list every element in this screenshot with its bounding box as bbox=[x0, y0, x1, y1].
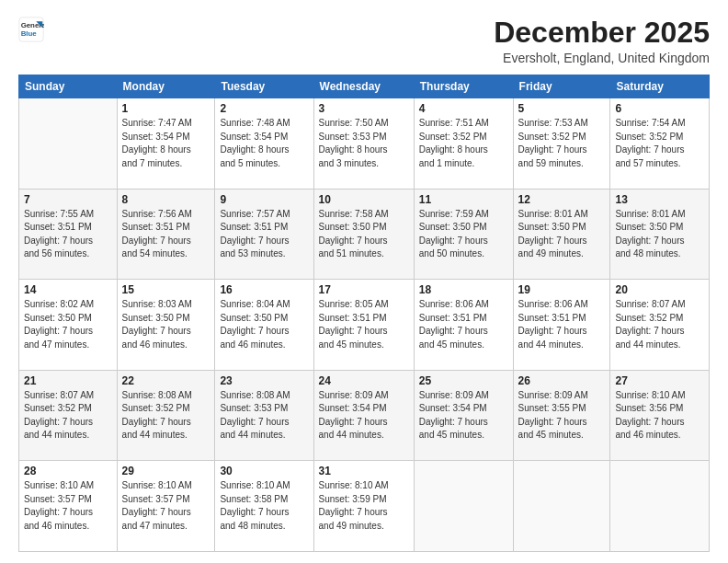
day-number: 4 bbox=[419, 102, 508, 115]
day-number: 9 bbox=[220, 193, 308, 206]
day-number: 25 bbox=[419, 374, 508, 387]
day-number: 27 bbox=[615, 374, 704, 387]
table-row: 31Sunrise: 8:10 AMSunset: 3:59 PMDayligh… bbox=[313, 461, 414, 552]
table-row: 21Sunrise: 8:07 AMSunset: 3:52 PMDayligh… bbox=[19, 370, 118, 461]
day-number: 3 bbox=[319, 102, 409, 115]
day-info: Sunrise: 8:09 AMSunset: 3:54 PMDaylight:… bbox=[319, 389, 409, 442]
table-row: 19Sunrise: 8:06 AMSunset: 3:51 PMDayligh… bbox=[513, 280, 610, 371]
day-number: 14 bbox=[24, 283, 112, 296]
calendar: Sunday Monday Tuesday Wednesday Thursday… bbox=[18, 75, 710, 552]
col-monday: Monday bbox=[117, 75, 215, 98]
table-row: 9Sunrise: 7:57 AMSunset: 3:51 PMDaylight… bbox=[215, 189, 313, 280]
day-info: Sunrise: 8:06 AMSunset: 3:51 PMDaylight:… bbox=[518, 298, 606, 351]
day-info: Sunrise: 7:57 AMSunset: 3:51 PMDaylight:… bbox=[220, 208, 308, 261]
month-title: December 2025 bbox=[494, 17, 710, 49]
day-number: 31 bbox=[319, 465, 409, 477]
day-info: Sunrise: 8:10 AMSunset: 3:56 PMDaylight:… bbox=[615, 389, 704, 442]
day-number: 29 bbox=[122, 465, 210, 477]
col-sunday: Sunday bbox=[19, 75, 118, 98]
day-info: Sunrise: 7:50 AMSunset: 3:53 PMDaylight:… bbox=[319, 117, 409, 170]
table-row: 24Sunrise: 8:09 AMSunset: 3:54 PMDayligh… bbox=[313, 370, 414, 461]
table-row: 15Sunrise: 8:03 AMSunset: 3:50 PMDayligh… bbox=[117, 280, 215, 371]
day-info: Sunrise: 8:07 AMSunset: 3:52 PMDaylight:… bbox=[24, 389, 112, 442]
logo: General Blue bbox=[18, 17, 46, 42]
day-info: Sunrise: 7:51 AMSunset: 3:52 PMDaylight:… bbox=[419, 117, 508, 170]
table-row: 18Sunrise: 8:06 AMSunset: 3:51 PMDayligh… bbox=[414, 280, 513, 371]
day-number: 7 bbox=[24, 193, 112, 206]
calendar-week-row: 7Sunrise: 7:55 AMSunset: 3:51 PMDaylight… bbox=[19, 189, 710, 280]
day-number: 30 bbox=[220, 465, 308, 477]
day-number: 10 bbox=[319, 193, 409, 206]
table-row: 30Sunrise: 8:10 AMSunset: 3:58 PMDayligh… bbox=[215, 461, 313, 552]
day-number: 2 bbox=[220, 102, 308, 115]
calendar-week-row: 28Sunrise: 8:10 AMSunset: 3:57 PMDayligh… bbox=[19, 461, 710, 552]
calendar-week-row: 1Sunrise: 7:47 AMSunset: 3:54 PMDaylight… bbox=[19, 98, 710, 190]
col-saturday: Saturday bbox=[610, 75, 710, 98]
day-number: 11 bbox=[419, 193, 508, 206]
day-number: 28 bbox=[24, 465, 112, 477]
table-row bbox=[19, 98, 118, 190]
day-info: Sunrise: 7:56 AMSunset: 3:51 PMDaylight:… bbox=[122, 208, 210, 261]
day-info: Sunrise: 8:10 AMSunset: 3:58 PMDaylight:… bbox=[220, 479, 308, 533]
day-info: Sunrise: 8:07 AMSunset: 3:52 PMDaylight:… bbox=[615, 298, 704, 351]
table-row: 25Sunrise: 8:09 AMSunset: 3:54 PMDayligh… bbox=[414, 370, 513, 461]
day-number: 8 bbox=[122, 193, 210, 206]
day-info: Sunrise: 8:04 AMSunset: 3:50 PMDaylight:… bbox=[220, 298, 308, 351]
day-number: 1 bbox=[122, 102, 210, 115]
table-row: 16Sunrise: 8:04 AMSunset: 3:50 PMDayligh… bbox=[215, 280, 313, 371]
day-number: 17 bbox=[319, 283, 409, 296]
day-number: 22 bbox=[122, 374, 210, 387]
day-info: Sunrise: 8:10 AMSunset: 3:57 PMDaylight:… bbox=[122, 479, 210, 533]
table-row: 17Sunrise: 8:05 AMSunset: 3:51 PMDayligh… bbox=[313, 280, 414, 371]
table-row: 27Sunrise: 8:10 AMSunset: 3:56 PMDayligh… bbox=[610, 370, 710, 461]
day-info: Sunrise: 8:01 AMSunset: 3:50 PMDaylight:… bbox=[615, 208, 704, 261]
day-number: 16 bbox=[220, 283, 308, 296]
day-info: Sunrise: 7:59 AMSunset: 3:50 PMDaylight:… bbox=[419, 208, 508, 261]
table-row: 1Sunrise: 7:47 AMSunset: 3:54 PMDaylight… bbox=[117, 98, 215, 190]
calendar-header-row: Sunday Monday Tuesday Wednesday Thursday… bbox=[19, 75, 710, 98]
day-number: 13 bbox=[615, 193, 704, 206]
day-info: Sunrise: 8:08 AMSunset: 3:52 PMDaylight:… bbox=[122, 389, 210, 442]
table-row: 11Sunrise: 7:59 AMSunset: 3:50 PMDayligh… bbox=[414, 189, 513, 280]
day-number: 23 bbox=[220, 374, 308, 387]
day-number: 24 bbox=[319, 374, 409, 387]
table-row: 28Sunrise: 8:10 AMSunset: 3:57 PMDayligh… bbox=[19, 461, 118, 552]
day-info: Sunrise: 8:09 AMSunset: 3:54 PMDaylight:… bbox=[419, 389, 508, 442]
logo-icon: General Blue bbox=[18, 17, 44, 42]
table-row: 5Sunrise: 7:53 AMSunset: 3:52 PMDaylight… bbox=[513, 98, 610, 190]
day-info: Sunrise: 8:02 AMSunset: 3:50 PMDaylight:… bbox=[24, 298, 112, 351]
day-info: Sunrise: 7:55 AMSunset: 3:51 PMDaylight:… bbox=[24, 208, 112, 261]
day-info: Sunrise: 7:54 AMSunset: 3:52 PMDaylight:… bbox=[615, 117, 704, 170]
col-friday: Friday bbox=[513, 75, 610, 98]
table-row: 8Sunrise: 7:56 AMSunset: 3:51 PMDaylight… bbox=[117, 189, 215, 280]
day-number: 6 bbox=[615, 102, 704, 115]
day-info: Sunrise: 7:48 AMSunset: 3:54 PMDaylight:… bbox=[220, 117, 308, 170]
table-row: 4Sunrise: 7:51 AMSunset: 3:52 PMDaylight… bbox=[414, 98, 513, 190]
table-row: 26Sunrise: 8:09 AMSunset: 3:55 PMDayligh… bbox=[513, 370, 610, 461]
table-row: 14Sunrise: 8:02 AMSunset: 3:50 PMDayligh… bbox=[19, 280, 118, 371]
calendar-week-row: 21Sunrise: 8:07 AMSunset: 3:52 PMDayligh… bbox=[19, 370, 710, 461]
table-row: 10Sunrise: 7:58 AMSunset: 3:50 PMDayligh… bbox=[313, 189, 414, 280]
table-row: 7Sunrise: 7:55 AMSunset: 3:51 PMDaylight… bbox=[19, 189, 118, 280]
day-info: Sunrise: 8:08 AMSunset: 3:53 PMDaylight:… bbox=[220, 389, 308, 442]
table-row: 12Sunrise: 8:01 AMSunset: 3:50 PMDayligh… bbox=[513, 189, 610, 280]
day-info: Sunrise: 8:10 AMSunset: 3:59 PMDaylight:… bbox=[319, 479, 409, 533]
day-number: 18 bbox=[419, 283, 508, 296]
calendar-week-row: 14Sunrise: 8:02 AMSunset: 3:50 PMDayligh… bbox=[19, 280, 710, 371]
day-number: 19 bbox=[518, 283, 606, 296]
day-info: Sunrise: 8:03 AMSunset: 3:50 PMDaylight:… bbox=[122, 298, 210, 351]
day-number: 12 bbox=[518, 193, 606, 206]
title-block: December 2025 Eversholt, England, United… bbox=[494, 17, 710, 65]
header: General Blue December 2025 Eversholt, En… bbox=[18, 17, 710, 65]
location: Eversholt, England, United Kingdom bbox=[494, 51, 710, 65]
day-number: 21 bbox=[24, 374, 112, 387]
day-info: Sunrise: 8:01 AMSunset: 3:50 PMDaylight:… bbox=[518, 208, 606, 261]
day-number: 26 bbox=[518, 374, 606, 387]
day-info: Sunrise: 7:58 AMSunset: 3:50 PMDaylight:… bbox=[319, 208, 409, 261]
table-row: 29Sunrise: 8:10 AMSunset: 3:57 PMDayligh… bbox=[117, 461, 215, 552]
page: General Blue December 2025 Eversholt, En… bbox=[0, 0, 728, 563]
table-row bbox=[513, 461, 610, 552]
table-row: 2Sunrise: 7:48 AMSunset: 3:54 PMDaylight… bbox=[215, 98, 313, 190]
day-number: 5 bbox=[518, 102, 606, 115]
table-row: 22Sunrise: 8:08 AMSunset: 3:52 PMDayligh… bbox=[117, 370, 215, 461]
